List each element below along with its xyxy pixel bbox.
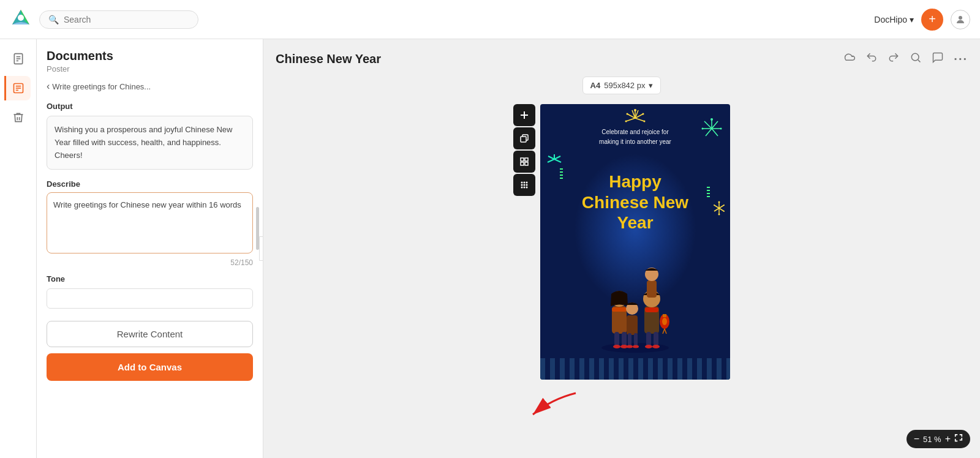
fullscreen-button[interactable]	[954, 434, 963, 445]
dochipo-menu[interactable]: DocHipo ▾	[874, 15, 914, 24]
svg-rect-61	[707, 190, 710, 191]
svg-line-53	[554, 159, 561, 162]
svg-line-12	[918, 60, 921, 62]
svg-point-39	[627, 113, 628, 115]
canvas-copy-button[interactable]	[513, 127, 535, 149]
svg-rect-63	[707, 196, 710, 197]
search-icon: 🔍	[48, 15, 59, 24]
svg-point-11	[912, 53, 919, 61]
svg-line-88	[665, 329, 666, 334]
panel-title: Documents	[47, 49, 253, 63]
svg-point-82	[652, 345, 660, 348]
user-avatar[interactable]	[951, 10, 970, 29]
add-button[interactable]: +	[921, 9, 943, 31]
describe-textarea[interactable]: Write greetings for Chinese new year wit…	[47, 192, 253, 253]
svg-rect-17	[525, 158, 528, 161]
svg-rect-15	[521, 137, 526, 142]
svg-rect-100	[634, 333, 638, 347]
topbar: 🔍 DocHipo ▾ +	[0, 0, 980, 39]
zoom-out-button[interactable]: −	[914, 434, 919, 445]
svg-point-95	[613, 345, 620, 348]
svg-line-66	[719, 208, 724, 211]
sidebar-item-document[interactable]	[6, 47, 31, 71]
firework-top-center	[620, 109, 650, 130]
svg-point-102	[633, 345, 639, 348]
family-illustration	[586, 257, 684, 355]
svg-line-87	[663, 329, 665, 334]
svg-rect-97	[627, 315, 638, 335]
svg-point-71	[723, 205, 725, 206]
svg-rect-86	[663, 314, 666, 317]
poster-bottom-pattern	[540, 358, 730, 380]
canvas-add-button[interactable]	[513, 104, 535, 126]
describe-label: Describe	[47, 179, 253, 189]
describe-wrapper: Write greetings for Chinese new year wit…	[47, 192, 253, 256]
output-text: Wishing you a prosperous and joyful Chin…	[47, 116, 253, 170]
firework-left	[545, 153, 564, 186]
search-bar[interactable]: 🔍	[39, 10, 198, 29]
logo[interactable]	[10, 7, 32, 32]
main-layout: Documents Poster ‹ Write greetings for C…	[0, 39, 980, 458]
svg-line-54	[548, 156, 554, 159]
rewrite-content-button[interactable]: Rewrite Content	[47, 321, 253, 347]
svg-rect-80	[654, 332, 658, 347]
tone-select[interactable]	[47, 288, 253, 309]
sidebar-item-ai-content[interactable]	[4, 76, 31, 100]
svg-rect-94	[622, 332, 627, 347]
redo-icon[interactable]	[888, 51, 900, 67]
svg-point-37	[643, 113, 644, 115]
zoom-in-button[interactable]: +	[945, 434, 951, 445]
svg-line-65	[719, 205, 724, 208]
sidebar-item-trash[interactable]	[6, 105, 31, 130]
chevron-left-icon: ‹	[47, 81, 50, 92]
more-options-icon[interactable]: ···	[954, 52, 968, 66]
chevron-down-icon: ▾	[910, 15, 914, 24]
svg-rect-57	[560, 171, 563, 173]
add-to-canvas-button[interactable]: Add to Canvas	[47, 353, 253, 381]
zoom-level: 51 %	[923, 435, 941, 444]
poster-subtitle: Celebrate and rejoice for making it into…	[540, 127, 730, 147]
svg-rect-99	[628, 333, 631, 347]
tone-label: Tone	[47, 274, 253, 283]
canvas-toolbar-right: ···	[843, 51, 968, 67]
svg-line-68	[714, 208, 719, 211]
topbar-right: DocHipo ▾ +	[874, 9, 970, 31]
left-panel: Documents Poster ‹ Write greetings for C…	[37, 39, 263, 458]
svg-point-72	[723, 211, 725, 212]
undo-icon[interactable]	[865, 51, 878, 67]
canvas-grid-button[interactable]	[513, 151, 535, 173]
svg-point-27	[524, 187, 526, 189]
svg-rect-60	[707, 187, 710, 188]
svg-point-22	[526, 182, 528, 184]
breadcrumb[interactable]: ‹ Write greetings for Chines...	[47, 81, 253, 92]
panel-collapse-button[interactable]: ›	[259, 236, 263, 261]
svg-rect-79	[646, 332, 651, 347]
size-selector[interactable]: A4 595x842 px ▾	[582, 77, 662, 94]
firework-right-side	[707, 184, 725, 223]
char-count: 52/150	[47, 258, 253, 267]
red-arrow-annotation	[527, 387, 588, 426]
cloud-save-icon[interactable]	[843, 51, 856, 67]
breadcrumb-text: Write greetings for Chines...	[52, 82, 151, 91]
search-canvas-icon[interactable]	[910, 51, 922, 67]
svg-point-40	[625, 121, 627, 122]
svg-rect-59	[560, 178, 563, 179]
svg-rect-16	[521, 158, 524, 161]
comment-icon[interactable]	[932, 51, 944, 67]
svg-rect-93	[614, 332, 619, 347]
svg-rect-92	[612, 307, 627, 312]
svg-line-31	[635, 118, 644, 121]
svg-point-23	[521, 184, 523, 186]
svg-line-55	[548, 159, 554, 162]
search-input[interactable]	[64, 15, 189, 24]
svg-rect-83	[647, 280, 657, 298]
svg-point-89	[662, 318, 667, 325]
svg-rect-62	[707, 193, 710, 194]
poster-canvas: Celebrate and rejoice for making it into…	[540, 104, 730, 380]
canvas-apps-button[interactable]	[513, 174, 535, 196]
svg-point-25	[526, 184, 528, 186]
output-label: Output	[47, 102, 253, 111]
svg-point-28	[526, 187, 528, 189]
canvas-title: Chinese New Year	[276, 52, 381, 66]
svg-point-2	[959, 16, 962, 20]
